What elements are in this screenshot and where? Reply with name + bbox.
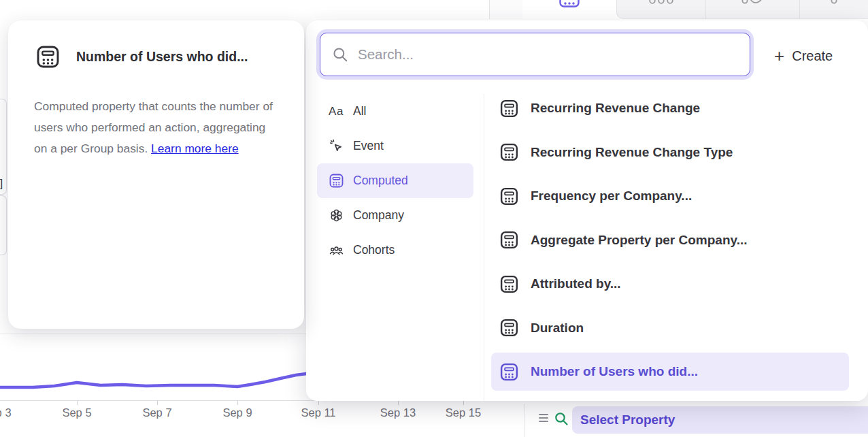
- category-computed[interactable]: Computed: [317, 163, 473, 198]
- x-axis-label: Sep 13: [380, 406, 416, 419]
- cohorts-people-icon: [328, 242, 344, 258]
- x-axis-label: Sep 15: [446, 406, 481, 419]
- property-option[interactable]: Frequency per Company...: [491, 177, 849, 215]
- event-click-icon: [328, 138, 344, 154]
- select-property-label: Select Property: [580, 412, 675, 427]
- category-all[interactable]: AaAll: [317, 94, 473, 129]
- property-result-list: Recurring Revenue Change Recurring Reven…: [491, 89, 849, 391]
- app-window: y] Sep 3Sep 5Sep 7Sep 9Sep 11Sep 13Sep 1…: [0, 0, 868, 437]
- category-label: All: [353, 104, 366, 118]
- funnels-icon: [648, 0, 675, 6]
- calculator-icon: [499, 187, 519, 206]
- learn-more-link[interactable]: Learn more here: [151, 142, 239, 155]
- builder-divider: [524, 404, 524, 437]
- x-axis-label: Sep 5: [62, 406, 91, 419]
- picker-divider: [484, 94, 484, 401]
- search-input[interactable]: [358, 46, 739, 63]
- category-cohorts[interactable]: Cohorts: [317, 233, 473, 268]
- property-option-label: Aggregate Property per Company...: [531, 233, 748, 248]
- x-axis-label: Sep 3: [0, 406, 12, 419]
- x-axis-label: Sep 9: [222, 406, 252, 419]
- calculator-icon: [499, 99, 519, 118]
- calculator-icon: [499, 142, 519, 162]
- clipped-widget: [0, 195, 7, 255]
- tab-retention[interactable]: [705, 0, 799, 19]
- calculator-icon: [499, 230, 519, 250]
- tab-funnels[interactable]: [616, 0, 705, 19]
- property-option-label: Number of Users who did...: [531, 364, 698, 379]
- property-option-label: Recurring Revenue Change: [531, 101, 700, 116]
- x-axis-label: Sep 7: [142, 406, 171, 419]
- retention-icon: [741, 0, 765, 6]
- property-option-label: Duration: [531, 321, 584, 336]
- calculator-icon: [499, 274, 519, 294]
- text-format-icon: Aa: [328, 105, 344, 118]
- property-option[interactable]: Attributed by...: [491, 265, 849, 303]
- clipped-property-text: y]: [0, 177, 3, 191]
- x-axis-label: Sep 11: [301, 406, 335, 419]
- category-company[interactable]: Company: [317, 198, 473, 233]
- category-label: Computed: [353, 174, 408, 188]
- category-list: AaAll Event Computed Company Cohorts: [317, 94, 473, 268]
- property-option-label: Frequency per Company...: [531, 189, 692, 204]
- flows-icon: [830, 0, 838, 6]
- metric-type-tabbar: [522, 0, 868, 19]
- clipped-property-pill: y]: [0, 99, 7, 195]
- tooltip-description: Computed property that counts the number…: [34, 96, 282, 159]
- plus-icon: +: [774, 47, 784, 65]
- property-option-label: Recurring Revenue Change Type: [531, 145, 733, 160]
- property-tooltip-card: Number of Users who did... Computed prop…: [8, 20, 304, 329]
- category-label: Cohorts: [353, 243, 395, 257]
- calculator-icon: [499, 318, 519, 338]
- panel-gap: [490, 0, 522, 19]
- property-picker-dropdown: + Create AaAll Event Computed Company Co…: [306, 20, 868, 401]
- drag-handle-icon[interactable]: [539, 414, 548, 424]
- trend-line: [0, 373, 312, 387]
- create-button[interactable]: + Create: [774, 45, 833, 67]
- tab-flows[interactable]: [799, 0, 868, 19]
- calculator-icon: [35, 44, 61, 72]
- property-option-label: Attributed by...: [531, 276, 621, 291]
- insights-board-icon: [559, 0, 580, 7]
- tooltip-title: Number of Users who did...: [76, 49, 248, 65]
- tab-insights[interactable]: [522, 0, 616, 19]
- category-event[interactable]: Event: [317, 129, 473, 163]
- property-search-icon: [553, 410, 569, 427]
- calculator-icon: [328, 173, 344, 189]
- category-label: Event: [353, 139, 384, 153]
- property-option[interactable]: Recurring Revenue Change: [491, 89, 849, 127]
- property-option[interactable]: Duration: [491, 309, 849, 347]
- category-label: Company: [353, 208, 404, 223]
- property-option[interactable]: Recurring Revenue Change Type: [491, 133, 849, 172]
- select-property-button[interactable]: Select Property: [572, 406, 868, 434]
- property-option[interactable]: Aggregate Property per Company...: [491, 221, 849, 259]
- company-group-icon: [328, 208, 344, 223]
- calculator-icon: [499, 362, 519, 382]
- search-box: [320, 33, 750, 76]
- search-icon: [331, 46, 349, 63]
- property-option[interactable]: Number of Users who did...: [491, 353, 849, 391]
